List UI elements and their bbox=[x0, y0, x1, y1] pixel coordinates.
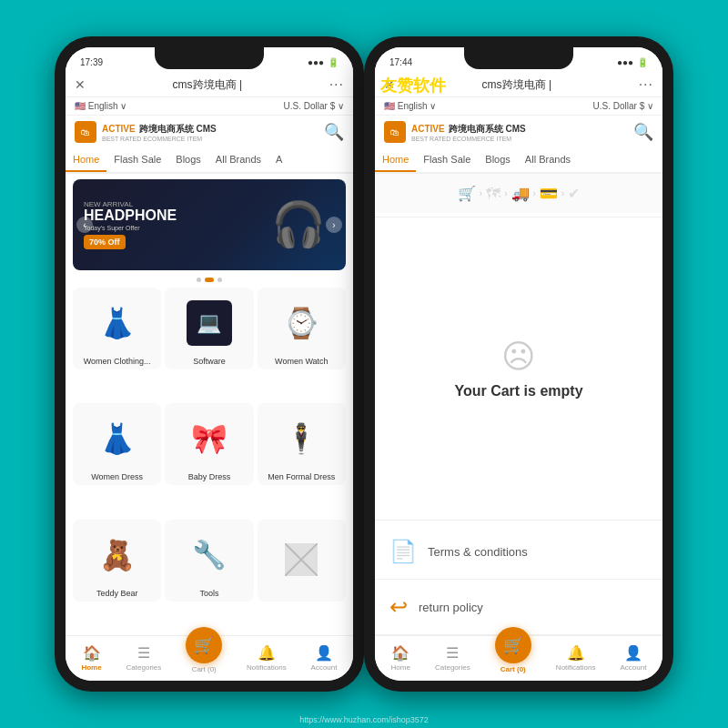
browser-title: cms跨境电商 | bbox=[173, 77, 242, 93]
nav-categories-label: Categories bbox=[126, 663, 162, 672]
notifications-icon-right: 🔔 bbox=[567, 644, 585, 662]
account-icon: 👤 bbox=[315, 644, 333, 662]
banner-next[interactable]: › bbox=[326, 217, 342, 233]
currency-selector-right[interactable]: U.S. Dollar $ ∨ bbox=[593, 101, 653, 111]
terms-label: Terms & conditions bbox=[428, 545, 528, 559]
tools-img: 🔧 bbox=[168, 523, 249, 587]
return-policy-item[interactable]: ↩ return policy bbox=[375, 580, 662, 635]
left-phone-screen: 17:39 ●●● 🔋 ✕ cms跨境电商 | ··· 🇺🇸 English ∨… bbox=[66, 47, 353, 681]
notch bbox=[155, 47, 264, 69]
category-placeholder[interactable] bbox=[258, 520, 346, 602]
sad-face-icon: ☹ bbox=[501, 338, 536, 376]
category-label: Baby Dress bbox=[168, 472, 249, 481]
nav-tabs: Home Flash Sale Blogs All Brands A bbox=[66, 148, 353, 174]
nav-home[interactable]: 🏠 Home bbox=[81, 644, 101, 672]
notifications-icon: 🔔 bbox=[258, 644, 276, 662]
category-men-formal-dress[interactable]: 🕴 Men Formal Dress bbox=[258, 403, 346, 485]
category-label: Tools bbox=[168, 589, 249, 598]
software-icon: 💻 bbox=[187, 300, 232, 346]
category-women-clothing[interactable]: 👗 Women Clothing... bbox=[73, 288, 161, 369]
tab-blogs[interactable]: Blogs bbox=[168, 148, 208, 172]
terms-item[interactable]: 📄 Terms & conditions bbox=[375, 524, 662, 580]
nav-cart-label: Cart (0) bbox=[192, 665, 217, 673]
women-clothing-img: 👗 bbox=[76, 291, 157, 355]
nav-categories-right[interactable]: ☰ Categories bbox=[435, 644, 470, 672]
nav-account-label: Account bbox=[311, 663, 338, 672]
tab-flash-sale[interactable]: Flash Sale bbox=[106, 148, 168, 172]
logo-bar: 🛍 ACTIVE 跨境电商系统 CMS BEST RATED ECOMMERCE… bbox=[66, 116, 353, 148]
step-cart: 🛒 bbox=[458, 185, 476, 202]
banner-prev[interactable]: ‹ bbox=[76, 217, 93, 233]
empty-cart-text: Your Cart is empty bbox=[454, 383, 582, 399]
logo-subtitle: BEST RATED ECOMMERCE ITEM bbox=[102, 136, 217, 142]
tab-blogs-right[interactable]: Blogs bbox=[478, 148, 518, 172]
map-step-icon: 🗺 bbox=[486, 186, 500, 202]
browser-title-right: cms跨境电商 | bbox=[482, 77, 551, 93]
tab-all-brands[interactable]: All Brands bbox=[208, 148, 268, 172]
lang-bar-right: 🇺🇸 English ∨ U.S. Dollar $ ∨ bbox=[375, 97, 662, 116]
right-phone-screen: 友赞软件 17:44 ●●● 🔋 ✕ cms跨境电商 | ··· 🇺🇸 Engl… bbox=[375, 47, 662, 681]
banner-content: New Arrival HEADPHONE Today's Super Offe… bbox=[73, 186, 346, 264]
search-button-right[interactable]: 🔍 bbox=[633, 122, 653, 142]
arrow-2: › bbox=[504, 188, 507, 198]
nav-cart-right[interactable]: 🛒 Cart (0) bbox=[495, 642, 531, 673]
arrow-1: › bbox=[480, 188, 482, 198]
bottom-nav-right: 🏠 Home ☰ Categories 🛒 Cart (0) 🔔 Notific… bbox=[375, 635, 662, 681]
logo-bar-right: 🛍 ACTIVE 跨境电商系统 CMS BEST RATED ECOMMERCE… bbox=[375, 116, 662, 148]
payment-step-icon: 💳 bbox=[540, 185, 558, 202]
nav-account-right[interactable]: 👤 Account bbox=[621, 644, 647, 672]
banner: New Arrival HEADPHONE Today's Super Offe… bbox=[73, 179, 346, 270]
tab-all-brands-right[interactable]: All Brands bbox=[518, 148, 578, 172]
language-selector[interactable]: 🇺🇸 English ∨ bbox=[75, 101, 126, 111]
logo-badge: ACTIVE bbox=[102, 124, 136, 134]
category-label: Software bbox=[168, 357, 249, 366]
confirm-step-icon: ✔ bbox=[568, 185, 580, 202]
category-women-dress[interactable]: 👗 Women Dress bbox=[73, 403, 161, 485]
language-selector-right[interactable]: 🇺🇸 English ∨ bbox=[384, 101, 436, 111]
currency-selector[interactable]: U.S. Dollar $ ∨ bbox=[284, 101, 344, 111]
category-label: Women Dress bbox=[76, 472, 157, 481]
category-label: Men Formal Dress bbox=[261, 472, 342, 481]
tab-home[interactable]: Home bbox=[66, 148, 106, 172]
account-icon-right: 👤 bbox=[624, 644, 642, 662]
tab-home-right[interactable]: Home bbox=[375, 148, 416, 172]
nav-home-right[interactable]: 🏠 Home bbox=[391, 644, 410, 672]
category-label: Women Clothing... bbox=[76, 357, 157, 366]
logo-badge-right: ACTIVE bbox=[411, 124, 445, 134]
close-button[interactable]: ✕ bbox=[75, 77, 86, 92]
category-women-watch[interactable]: ⌚ Women Watch bbox=[258, 288, 346, 369]
empty-cart-section: ☹ Your Cart is empty bbox=[375, 221, 662, 516]
status-right-right: ●●● 🔋 bbox=[617, 57, 648, 67]
search-button[interactable]: 🔍 bbox=[324, 122, 344, 142]
nav-notifications[interactable]: 🔔 Notifications bbox=[247, 644, 287, 672]
tab-more[interactable]: A bbox=[268, 148, 289, 172]
software-img: 💻 bbox=[168, 291, 249, 355]
men-formal-img: 🕴 bbox=[261, 407, 342, 470]
cart-fab-right[interactable]: 🛒 bbox=[495, 627, 531, 663]
battery-icon: 🔋 bbox=[328, 57, 339, 67]
category-teddy[interactable]: 🧸 Teddy Bear bbox=[73, 520, 161, 602]
status-right: ●●● 🔋 bbox=[308, 57, 339, 67]
logo-main-right: 跨境电商系统 CMS bbox=[449, 123, 526, 136]
bottom-nav: 🏠 Home ☰ Categories 🛒 Cart (0) 🔔 Notific… bbox=[66, 635, 353, 681]
logo-icon: 🛍 bbox=[75, 121, 96, 143]
nav-account[interactable]: 👤 Account bbox=[311, 644, 338, 672]
browser-menu[interactable]: ··· bbox=[329, 76, 344, 93]
divider-mid bbox=[375, 520, 662, 521]
nav-categories[interactable]: ☰ Categories bbox=[126, 644, 162, 672]
browser-menu-right[interactable]: ··· bbox=[639, 76, 653, 93]
placeholder-img bbox=[261, 523, 342, 596]
terms-icon: 📄 bbox=[389, 539, 417, 564]
step-delivery: 🚚 bbox=[511, 185, 530, 202]
category-tools[interactable]: 🔧 Tools bbox=[165, 520, 253, 602]
cart-fab[interactable]: 🛒 bbox=[186, 627, 222, 663]
category-software[interactable]: 💻 Software bbox=[165, 288, 253, 369]
nav-home-label: Home bbox=[81, 663, 101, 672]
tab-flash-sale-right[interactable]: Flash Sale bbox=[416, 148, 478, 172]
nav-cart[interactable]: 🛒 Cart (0) bbox=[186, 642, 222, 673]
signal-icon-right: ●●● bbox=[617, 57, 633, 67]
nav-notifications-right[interactable]: 🔔 Notifications bbox=[556, 644, 596, 672]
right-phone: 友赞软件 17:44 ●●● 🔋 ✕ cms跨境电商 | ··· 🇺🇸 Engl… bbox=[364, 36, 673, 692]
category-label: Women Watch bbox=[261, 357, 342, 366]
category-baby-dress[interactable]: 🎀 Baby Dress bbox=[165, 403, 253, 485]
